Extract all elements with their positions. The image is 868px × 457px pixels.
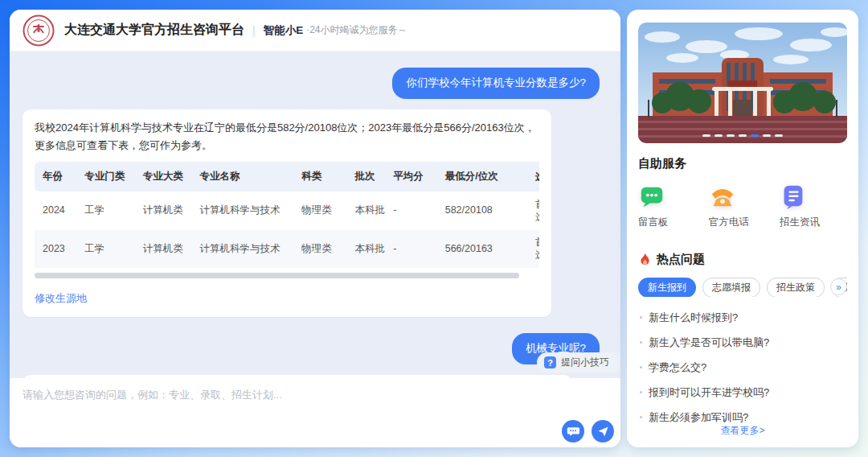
cell-major: 计算机科学与技术 xyxy=(196,230,298,268)
service-label: 留言板 xyxy=(638,216,669,229)
bullet-dot-icon xyxy=(640,366,642,368)
page-title: 大连交通大学官方招生咨询平台 xyxy=(64,22,244,39)
col-header-minscore: 最低分/位次 xyxy=(442,162,534,191)
question-tips-label: 提问小技巧 xyxy=(561,356,609,369)
carousel-dot[interactable] xyxy=(763,134,771,137)
table-header-row: 年份 专业门类 专业大类 专业名称 科类 批次 平均分 最低分/位次 选 xyxy=(35,162,539,191)
campus-photo xyxy=(638,23,847,143)
table-row: 2023 工学 计算机类 计算机科学与技术 物理类 本科批 - 566/2016… xyxy=(35,230,539,268)
user-message-bubble: 你们学校今年计算机专业分数是多少? xyxy=(392,68,600,99)
col-header-batch: 批次 xyxy=(352,162,391,191)
cell-minscore: 566/20163 xyxy=(442,230,534,268)
service-item-message-board[interactable]: 留言板 xyxy=(638,183,694,229)
score-table: 年份 专业门类 专业大类 专业名称 科类 批次 平均分 最低分/位次 选 xyxy=(35,162,539,268)
cell-major: 计算机科学与技术 xyxy=(196,191,298,229)
expand-tags-button[interactable]: » xyxy=(830,278,847,295)
view-more-link[interactable]: 查看更多> xyxy=(627,424,858,438)
university-logo-icon xyxy=(23,14,55,47)
col-header-year: 年份 xyxy=(35,162,81,191)
hot-topics-title: 热点问题 xyxy=(657,252,705,267)
assistant-name: 智能小E xyxy=(264,23,304,38)
chat-panel: 大连交通大学官方招生咨询平台 | 智能小E ·24小时竭诚为您服务～ 你们学校今… xyxy=(10,10,620,447)
hot-question-text: 新生什么时候报到? xyxy=(649,311,738,325)
col-header-selection: 选 xyxy=(534,162,539,191)
admissions-news-icon xyxy=(780,183,807,210)
hot-topics-header: 热点问题 xyxy=(638,252,847,267)
question-tips-button[interactable]: ? 提问小技巧 xyxy=(537,352,620,373)
composer-buttons xyxy=(562,420,614,443)
modify-origin-link[interactable]: 修改生源地 xyxy=(35,290,87,307)
self-service-title: 自助服务 xyxy=(638,156,847,171)
tag-policy[interactable]: 招生政策 xyxy=(767,278,825,297)
cell-class: 计算机类 xyxy=(140,191,197,229)
cell-batch: 本科批 xyxy=(352,230,391,268)
cell-category: 工学 xyxy=(81,191,140,229)
hot-question-list: 新生什么时候报到? 新生入学是否可以带电脑? 学费怎么交? 报到时可以开车进学校… xyxy=(638,305,847,430)
hot-question-text: 学费怎么交? xyxy=(649,360,706,375)
quick-chat-button[interactable] xyxy=(562,420,584,443)
carousel-dot[interactable] xyxy=(775,134,783,137)
carousel-dot[interactable] xyxy=(727,134,735,137)
app-header: 大连交通大学官方招生咨询平台 | 智能小E ·24小时竭诚为您服务～ xyxy=(10,10,620,51)
campus-photo-carousel xyxy=(638,23,847,143)
table-row: 2024 工学 计算机类 计算机科学与技术 物理类 本科批 - 582/2010… xyxy=(35,191,539,229)
assistant-tagline: ·24小时竭诚为您服务～ xyxy=(306,23,407,37)
col-header-average: 平均分 xyxy=(390,162,441,191)
hot-question[interactable]: 新生什么时候报到? xyxy=(638,305,847,330)
cell-average: - xyxy=(390,191,441,229)
hot-question-text: 新生必须参加军训吗? xyxy=(649,410,748,425)
cell-selection: 首选 xyxy=(534,191,539,229)
carousel-dot[interactable] xyxy=(739,134,747,137)
col-header-subject: 科类 xyxy=(298,162,351,191)
cell-class: 计算机类 xyxy=(140,230,197,268)
bullet-dot-icon xyxy=(640,316,642,319)
hot-question[interactable]: 报到时可以开车进学校吗? xyxy=(638,380,847,405)
message-composer xyxy=(10,378,620,447)
hot-question[interactable]: 学费怎么交? xyxy=(638,355,847,380)
cell-subject: 物理类 xyxy=(298,191,351,229)
col-header-category: 专业门类 xyxy=(81,162,140,191)
flame-icon xyxy=(638,253,652,266)
hot-question[interactable]: 新生入学是否可以带电脑? xyxy=(638,330,847,355)
cell-year: 2023 xyxy=(35,230,81,268)
message-board-icon xyxy=(638,183,665,210)
chat-message-area: 你们学校今年计算机专业分数是多少? 我校2024年计算机科学与技术专业在辽宁的最… xyxy=(10,51,620,378)
col-header-major: 专业名称 xyxy=(196,162,298,191)
bullet-dot-icon xyxy=(640,391,642,393)
cell-minscore: 582/20108 xyxy=(442,191,534,229)
cell-category: 工学 xyxy=(81,230,140,268)
bullet-dot-icon xyxy=(640,416,642,418)
service-item-admissions-news[interactable]: 招生资讯 xyxy=(780,183,836,229)
carousel-dot[interactable] xyxy=(702,134,710,137)
col-header-class: 专业大类 xyxy=(140,162,197,191)
bot-reply-card: 我校2024年计算机科学与技术专业在辽宁的最低分是582分/20108位次；20… xyxy=(23,109,551,317)
tag-freshman-checkin[interactable]: 新生报到 xyxy=(638,278,696,297)
carousel-dots xyxy=(638,134,847,137)
page: 大连交通大学官方招生咨询平台 | 智能小E ·24小时竭诚为您服务～ 你们学校今… xyxy=(0,0,868,457)
cell-batch: 本科批 xyxy=(352,191,391,229)
cell-selection: 首选 xyxy=(534,230,539,268)
cell-subject: 物理类 xyxy=(298,230,351,268)
carousel-dot-active[interactable] xyxy=(751,134,759,137)
chat-input[interactable] xyxy=(23,388,608,425)
tag-application[interactable]: 志愿填报 xyxy=(702,278,760,297)
send-button[interactable] xyxy=(592,420,614,443)
carousel-dot[interactable] xyxy=(714,134,723,137)
hot-question-text: 新生入学是否可以带电脑? xyxy=(649,336,769,350)
cell-average: - xyxy=(390,230,441,268)
question-mark-icon: ? xyxy=(544,356,556,368)
bot-reply-text: 我校2024年计算机科学与技术专业在辽宁的最低分是582分/20108位次；20… xyxy=(35,119,539,154)
table-horizontal-scrollbar[interactable] xyxy=(35,273,519,278)
service-label: 招生资讯 xyxy=(780,216,820,229)
self-service-row: 留言板 官方电话 招生资讯 xyxy=(638,183,847,229)
score-table-wrapper: 年份 专业门类 专业大类 专业名称 科类 批次 平均分 最低分/位次 选 xyxy=(35,162,539,268)
chat-bubble-icon xyxy=(567,425,579,438)
cell-year: 2024 xyxy=(35,191,81,229)
hot-question-text: 报到时可以开车进学校吗? xyxy=(649,385,769,400)
sidebar: 自助服务 留言板 官方电话 xyxy=(627,10,858,447)
service-label: 官方电话 xyxy=(709,216,749,229)
service-item-official-phone[interactable]: 官方电话 xyxy=(709,183,765,229)
double-chevron-right-icon: » xyxy=(836,282,841,293)
hot-topic-tags: 新生报到 志愿填报 招生政策 校园生活 » xyxy=(638,278,847,297)
paper-plane-icon xyxy=(597,426,609,438)
